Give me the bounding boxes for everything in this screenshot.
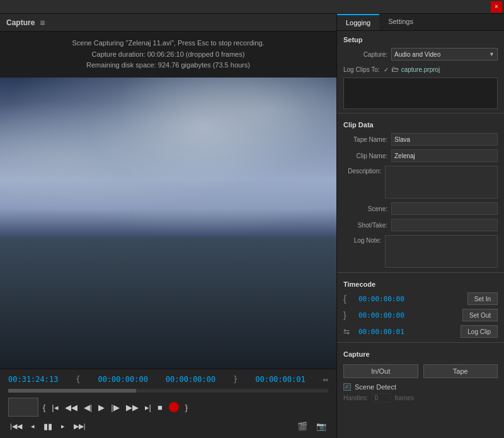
mark-in-btn[interactable]: { [41, 401, 47, 413]
clip-name-label: Clip Name: [343, 153, 387, 159]
log-note-input[interactable] [385, 235, 498, 268]
tape-name-row: Tape Name: [337, 131, 504, 147]
tc-in-value: 00:00:00:00 [356, 295, 467, 303]
fast-fwd-btn[interactable]: ▶▶ [124, 401, 140, 413]
log-clip-button[interactable]: Log Clip [461, 325, 498, 338]
tc-out-row: } 00:00:00:00 Set Out [343, 307, 498, 323]
description-row: Description: [337, 164, 504, 200]
transport-area: 00:31:24:13 { 00:00:00:00 00:00:00:00 } … [0, 369, 336, 438]
left-panel: Capture ≡ Scene Capturing "Zelenaj 11.av… [0, 14, 337, 438]
progress-fill [8, 389, 136, 393]
record-icon [169, 402, 179, 412]
tape-name-label: Tape Name: [343, 136, 387, 143]
divider1 [337, 113, 504, 113]
capture-row: Capture: Audio and Video ▼ [337, 46, 504, 62]
play-btn[interactable]: ▶ [96, 401, 106, 413]
tc-sep2: } [233, 375, 238, 384]
rewind-btn[interactable]: ◀◀ [63, 401, 79, 413]
project-path[interactable]: ✓ 🗁 capture.prproj [384, 65, 440, 74]
in-out-button[interactable]: In/Out [343, 364, 418, 378]
timecode-header: Timecode [337, 275, 504, 291]
tape-name-input[interactable] [391, 133, 498, 146]
tab-settings[interactable]: Settings [379, 14, 422, 30]
log-clips-label: Log Clips To: [343, 66, 380, 73]
set-out-button[interactable]: Set Out [462, 309, 498, 321]
shot-input[interactable] [391, 219, 498, 231]
scene-detect-label: Scene Detect [355, 383, 396, 391]
desc-label: Description: [343, 166, 381, 175]
mark-out-btn[interactable]: } [183, 401, 190, 413]
menu-icon[interactable]: ≡ [40, 18, 45, 28]
video-frame [0, 78, 336, 369]
step-fwd-btn[interactable]: ▸| [143, 401, 153, 413]
shot-label: Shot/Take: [343, 222, 387, 229]
handles-label: Handles: [343, 395, 368, 401]
capture-label: Capture: [343, 51, 387, 58]
tc-inout-row: ⇆ 00:00:00:01 Log Clip [343, 323, 498, 340]
shot-row: Shot/Take: [337, 217, 504, 233]
prev-clip-btn[interactable]: |◀◀ [8, 421, 24, 432]
capture-section-header: Capture [337, 345, 504, 360]
scene-row: Scene: [337, 200, 504, 217]
tab-logging[interactable]: Logging [337, 14, 379, 30]
status-line2: Capture duration: 00:06:26:10 (dropped 0… [13, 49, 324, 61]
project-file: capture.prproj [401, 66, 440, 73]
scene-btn[interactable]: 🎬 [295, 420, 309, 432]
tc-icon-right: ⇔ [323, 374, 328, 384]
description-input[interactable] [385, 166, 498, 199]
divider2 [337, 272, 504, 273]
sea-layer [0, 238, 336, 369]
set-in-button[interactable]: Set In [467, 292, 498, 305]
timecode-bar: 00:31:24:13 { 00:00:00:00 00:00:00:00 } … [5, 372, 331, 386]
capture-header: Capture ≡ [0, 14, 336, 32]
scene-detect-row: Scene Detect [343, 382, 498, 392]
tc-inout-icon: ⇆ [343, 327, 356, 336]
status-line1: Scene Capturing "Zelenaj 11.avi", Press … [13, 38, 324, 49]
tc-right: 00:00:00:01 [255, 375, 305, 384]
video-preview [0, 78, 336, 369]
shuttle-left-btn[interactable]: ◂ [29, 421, 37, 432]
tabs-row: Logging Settings [337, 14, 504, 31]
pause-btn[interactable]: ▮▮ [42, 420, 54, 432]
tc-out-value: 00:00:00:00 [356, 311, 462, 320]
dropdown-arrow-icon: ▼ [489, 51, 495, 57]
main-container: Capture ≡ Scene Capturing "Zelenaj 11.av… [0, 14, 504, 438]
thumbnail-preview [8, 398, 38, 417]
tape-button[interactable]: Tape [423, 364, 498, 378]
log-note-label: Log Note: [343, 235, 381, 244]
tc-in-icon: { [343, 294, 356, 304]
cloud-layer [0, 78, 336, 238]
capture-title: Capture [6, 18, 35, 27]
prev-frame-btn[interactable]: ◀| [82, 401, 94, 413]
scene-input[interactable] [391, 202, 498, 215]
scene-detect-checkbox[interactable] [343, 383, 351, 391]
next-clip-btn[interactable]: ▶▶| [72, 421, 88, 432]
controls-row2: |◀◀ ◂ ▮▮ ▸ ▶▶| 🎬 📷 [5, 419, 331, 435]
divider3 [337, 342, 504, 343]
capture-dropdown[interactable]: Audio and Video ▼ [391, 48, 498, 61]
step-back-btn[interactable]: |◂ [50, 401, 60, 413]
shuttle-right-btn[interactable]: ▸ [59, 421, 67, 432]
progress-bar[interactable] [8, 389, 328, 393]
next-frame-btn[interactable]: |▶ [109, 401, 121, 413]
right-panel: Logging Settings Setup Capture: Audio an… [337, 14, 504, 438]
handles-row: Handles: frames [343, 392, 498, 404]
tc-in-row: { 00:00:00:00 Set In [343, 291, 498, 307]
handles-input [372, 393, 391, 403]
clip-name-input[interactable] [391, 149, 498, 162]
cam-btn[interactable]: 📷 [314, 420, 328, 432]
folder-icon: 🗁 [391, 65, 399, 74]
stop-btn[interactable]: ■ [156, 401, 164, 413]
tc-inout-value: 00:00:00:01 [356, 328, 461, 336]
tc-center2: 00:00:00:00 [166, 375, 215, 384]
tc-center1: 00:00:00:00 [98, 375, 147, 384]
tc-out-icon: } [343, 310, 356, 320]
record-btn[interactable] [167, 401, 181, 413]
capture-btn-row: In/Out Tape [343, 364, 498, 378]
clip-name-row: Clip Name: [337, 147, 504, 164]
scene-label: Scene: [343, 205, 387, 212]
check-icon: ✓ [384, 66, 389, 73]
close-button[interactable]: × [491, 1, 502, 13]
log-clips-row: Log Clips To: ✓ 🗁 capture.prproj [337, 62, 504, 76]
log-note-row: Log Note: [337, 233, 504, 270]
